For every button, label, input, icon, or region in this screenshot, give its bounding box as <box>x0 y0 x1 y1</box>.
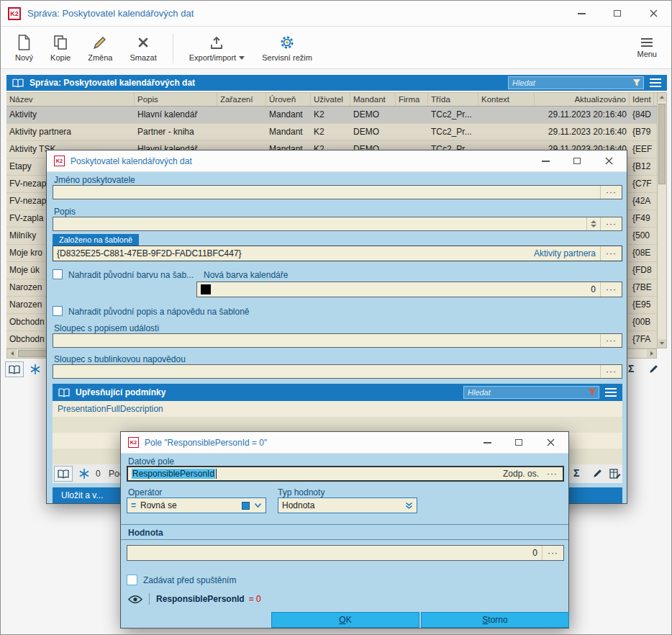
ellipsis-button[interactable]: ··· <box>600 186 622 199</box>
column-header[interactable]: Třída <box>428 93 478 106</box>
provider-name-input[interactable]: ··· <box>53 185 622 199</box>
change-button[interactable]: Změna <box>79 32 121 65</box>
scroll-up-button[interactable] <box>658 93 666 102</box>
book-icon <box>58 388 70 397</box>
snowflake-button[interactable] <box>29 364 41 378</box>
sum-button[interactable]: Σ <box>573 467 579 479</box>
table-cell: Aktivity partnera <box>6 124 135 140</box>
delete-button[interactable]: Smazat <box>121 32 165 65</box>
minimize-icon <box>578 13 586 14</box>
ellipsis-button[interactable]: ··· <box>600 246 622 261</box>
ok-button[interactable]: OK <box>271 612 419 628</box>
color-input[interactable]: 0 ··· <box>196 282 622 297</box>
tooltip-column-input[interactable]: ··· <box>53 364 622 379</box>
color-swatch[interactable] <box>201 284 211 294</box>
minimize-button[interactable] <box>540 156 550 166</box>
maximize-button[interactable] <box>572 156 582 166</box>
value-type-combo[interactable]: Hodnota <box>278 497 417 513</box>
column-header[interactable]: Úroveň <box>266 93 311 106</box>
column-header[interactable]: Aktualizováno <box>535 93 630 106</box>
spinner-icon[interactable] <box>586 217 600 230</box>
condition-preview: ResponsiblePersonId = 0 <box>128 593 261 605</box>
new-document-icon <box>17 35 31 50</box>
book-view-button[interactable] <box>54 466 73 482</box>
column-header[interactable]: Zařazení <box>217 93 266 106</box>
scroll-left-button[interactable] <box>7 349 17 358</box>
new-color-label: Nová barva kalendáře <box>204 270 288 280</box>
bulk-edit-button[interactable] <box>609 468 621 482</box>
minimize-button[interactable] <box>576 9 586 19</box>
sum-button[interactable]: Σ <box>628 363 634 374</box>
search-input[interactable] <box>463 386 599 399</box>
ok-key-letter: O <box>339 615 345 625</box>
copy-button[interactable]: Kopie <box>42 32 79 65</box>
app-logo-icon: K2 <box>54 156 65 166</box>
ellipsis-button[interactable]: ··· <box>542 467 563 480</box>
ellipsis-button[interactable]: ··· <box>600 334 622 347</box>
eye-icon[interactable] <box>128 595 142 604</box>
table-cell: Mandant <box>266 107 311 123</box>
column-header[interactable]: Popis <box>135 93 217 106</box>
close-button[interactable] <box>545 438 555 448</box>
panel-menu-icon[interactable] <box>650 78 661 87</box>
filter-funnel-icon[interactable] <box>588 388 596 397</box>
edit-button[interactable] <box>592 468 603 482</box>
replace-description-checkbox[interactable] <box>53 306 63 316</box>
window-controls <box>482 438 561 448</box>
snowflake-button[interactable] <box>78 468 90 482</box>
description-input[interactable]: ··· <box>53 217 622 231</box>
edit-button[interactable] <box>648 364 659 377</box>
prompt-checkbox[interactable] <box>127 575 137 585</box>
close-button[interactable] <box>604 156 614 166</box>
condition-list-item[interactable]: PresentationFullDescription <box>53 401 622 417</box>
minimize-button[interactable] <box>482 438 492 448</box>
scroll-down-button[interactable] <box>658 339 666 348</box>
vertical-scroll-thumb[interactable] <box>658 104 666 184</box>
preview-field-name: ResponsiblePersonId <box>156 594 245 604</box>
ellipsis-button[interactable]: ··· <box>600 282 622 297</box>
maximize-button[interactable] <box>612 9 622 19</box>
maximize-button[interactable] <box>514 438 524 448</box>
column-header[interactable]: Firma <box>396 93 428 106</box>
template-tab[interactable]: Založeno na šabloně <box>53 234 139 246</box>
column-header[interactable]: Uživatel <box>311 93 350 106</box>
scroll-right-button[interactable] <box>647 349 656 358</box>
column-header[interactable]: Ident <box>630 93 654 106</box>
table-row[interactable]: Aktivity partneraPartner - knihaMandantK… <box>6 124 657 141</box>
selected-text: ResponsiblePersonId <box>132 469 215 479</box>
filter-funnel-icon[interactable] <box>632 78 641 87</box>
ellipsis-button[interactable]: ··· <box>600 217 622 230</box>
value-input[interactable]: 0 ··· <box>127 545 564 561</box>
column-header[interactable]: Název <box>6 93 135 106</box>
app-logo-icon: K2 <box>128 437 139 448</box>
template-input[interactable]: {D8325E25-C881-47EB-9F2D-FADC11BFC447} A… <box>53 246 622 261</box>
preview-divider <box>149 593 150 605</box>
table-cell: {7FA <box>630 331 654 348</box>
table-row[interactable]: AktivityHlavní kalendářMandantK2DEMOTCc2… <box>6 107 657 124</box>
new-button[interactable]: Nový <box>6 32 42 65</box>
ellipsis-button[interactable]: ··· <box>542 546 563 560</box>
column-header[interactable]: Kontext <box>478 93 535 106</box>
close-button[interactable] <box>648 9 658 19</box>
book-view-button[interactable] <box>5 361 24 377</box>
main-toolbar: Nový Kopie Změna Smazat Export/import <box>1 27 671 69</box>
vertical-scrollbar[interactable] <box>657 92 667 348</box>
export-icon <box>209 35 224 50</box>
condition-list-empty-row[interactable] <box>53 417 622 433</box>
service-mode-button[interactable]: Servisní režim <box>253 32 321 65</box>
menu-button[interactable]: Menu <box>628 35 666 61</box>
operator-combo[interactable]: = Rovná se <box>127 497 266 513</box>
conditions-menu-icon[interactable] <box>605 388 617 397</box>
template-link[interactable]: Aktivity partnera <box>534 248 596 258</box>
value-section-heading: Hodnota <box>128 528 163 538</box>
search-input[interactable] <box>508 76 644 89</box>
event-column-input[interactable]: ··· <box>53 333 622 348</box>
table-cell <box>396 107 428 123</box>
conditions-search <box>463 386 599 399</box>
ellipsis-button[interactable]: ··· <box>600 365 622 378</box>
export-import-button[interactable]: Export/import <box>181 32 253 65</box>
data-field-input[interactable]: ResponsiblePersonId Zodp. os. ··· <box>127 466 564 482</box>
replace-color-checkbox[interactable] <box>53 269 63 279</box>
column-header[interactable]: Mandant <box>350 93 396 106</box>
storno-button[interactable]: Storno <box>421 612 569 628</box>
